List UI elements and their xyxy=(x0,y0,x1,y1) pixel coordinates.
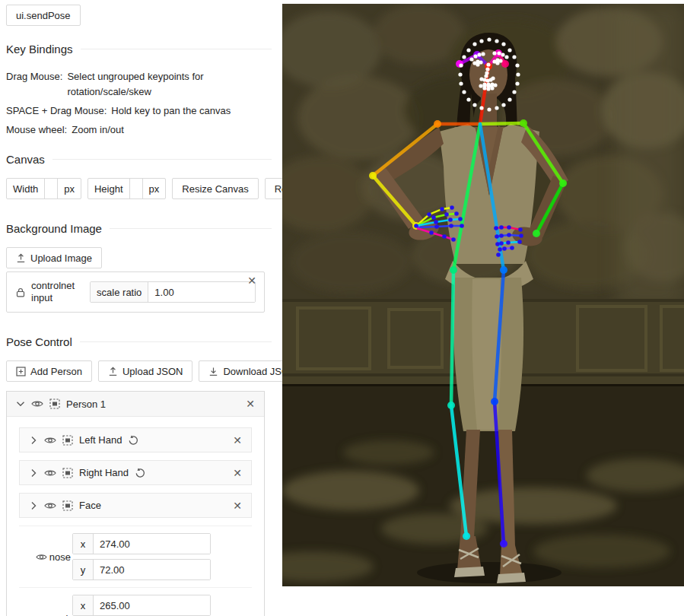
group-label: Face xyxy=(79,500,101,511)
remove-person-icon[interactable]: ✕ xyxy=(246,398,255,409)
person-label: Person 1 xyxy=(66,398,106,410)
eye-icon[interactable] xyxy=(44,500,56,511)
group-row-face[interactable]: Face ✕ xyxy=(19,493,252,518)
remove-background-icon[interactable]: ✕ xyxy=(247,275,256,286)
group-row-left-hand[interactable]: Left Hand ✕ xyxy=(19,427,252,452)
key-binding-item: Mouse wheel: Zoom in/out xyxy=(6,122,276,138)
x-label: x xyxy=(73,595,93,615)
select-frame-icon[interactable] xyxy=(49,398,60,409)
scale-ratio-group: scale ratio xyxy=(90,281,256,303)
rotate-icon[interactable] xyxy=(135,468,145,478)
layer-name-line2: input xyxy=(31,292,52,303)
upload-image-label: Upload Image xyxy=(30,252,92,264)
eye-icon[interactable] xyxy=(31,398,43,409)
key-binding-desc: Hold key to pan the canvas xyxy=(111,103,231,119)
layer-name-line1: controlnet xyxy=(31,280,75,291)
add-person-button[interactable]: Add Person xyxy=(6,360,92,382)
canvas-width-input[interactable] xyxy=(44,179,57,198)
upload-json-label: Upload JSON xyxy=(122,366,183,377)
plus-square-icon xyxy=(16,367,26,376)
keypoint-name: nose xyxy=(49,551,71,563)
key-binding-desc: Select ungrouped keypoints for rotation/… xyxy=(67,69,266,100)
select-frame-icon[interactable] xyxy=(62,435,73,446)
resize-canvas-button[interactable]: Resize Canvas xyxy=(172,178,258,199)
divider xyxy=(52,159,272,160)
keypoint-x-input[interactable] xyxy=(93,595,210,615)
add-person-label: Add Person xyxy=(30,366,82,377)
keypoint-x-group: x xyxy=(72,595,211,616)
canvas-width-label: Width xyxy=(7,179,44,198)
keypoint-row-neck: neck x y xyxy=(19,587,252,616)
remove-group-icon[interactable]: ✕ xyxy=(233,468,242,478)
pose-skeleton-overlay[interactable] xyxy=(282,4,684,586)
key-binding-desc: Zoom in/out xyxy=(72,122,124,138)
pose-control-section-header: Pose Control xyxy=(6,335,276,348)
rotate-icon[interactable] xyxy=(128,435,138,446)
canvas-section-header: Canvas xyxy=(6,153,276,166)
scale-ratio-label: scale ratio xyxy=(91,282,148,302)
canvas-height-group: Height px xyxy=(87,178,166,199)
keypoint-x-group: x xyxy=(72,533,211,554)
divider xyxy=(80,341,272,342)
remove-group-icon[interactable]: ✕ xyxy=(233,500,242,511)
eye-icon[interactable] xyxy=(37,614,48,616)
key-bindings-list: Drag Mouse: Select ungrouped keypoints f… xyxy=(6,69,276,138)
canvas-width-group: Width px xyxy=(6,178,81,199)
send-pose-button[interactable]: ui.sendPose xyxy=(6,5,81,26)
person-header[interactable]: Person 1 ✕ xyxy=(7,392,264,417)
download-icon xyxy=(208,367,218,376)
chevron-right-icon[interactable] xyxy=(29,468,38,478)
person-panel: Person 1 ✕ Left Hand ✕ xyxy=(6,391,265,616)
upload-image-button[interactable]: Upload Image xyxy=(6,247,102,268)
keypoint-y-input[interactable] xyxy=(93,560,210,579)
background-image-title: Background Image xyxy=(6,222,102,235)
divider xyxy=(110,228,272,229)
keypoint-row-nose: nose x y xyxy=(19,526,252,587)
group-label: Left Hand xyxy=(79,434,122,446)
control-panel: ui.sendPose Key Bindings Drag Mouse: Sel… xyxy=(0,0,282,616)
divider xyxy=(81,49,272,49)
canvas-width-unit: px xyxy=(57,179,81,198)
upload-icon xyxy=(108,367,118,376)
chevron-right-icon[interactable] xyxy=(29,501,38,510)
person-body: Left Hand ✕ Right Hand xyxy=(7,417,264,616)
upload-json-button[interactable]: Upload JSON xyxy=(98,360,192,382)
eye-icon[interactable] xyxy=(44,435,56,446)
group-row-right-hand[interactable]: Right Hand ✕ xyxy=(19,460,252,485)
chevron-down-icon[interactable] xyxy=(16,399,25,408)
canvas-height-label: Height xyxy=(88,179,129,198)
remove-group-icon[interactable]: ✕ xyxy=(233,435,242,446)
eye-icon[interactable] xyxy=(36,552,47,562)
x-label: x xyxy=(73,534,93,554)
canvas-height-unit: px xyxy=(142,179,166,198)
pose-canvas[interactable] xyxy=(282,4,684,586)
keypoint-name: neck xyxy=(50,613,71,616)
pose-control-title: Pose Control xyxy=(6,335,72,348)
key-binding-item: Drag Mouse: Select ungrouped keypoints f… xyxy=(6,69,276,100)
scale-ratio-input[interactable] xyxy=(148,282,255,302)
canvas-height-input[interactable] xyxy=(129,179,142,198)
pose-control-buttons: Add Person Upload JSON Download JSON xyxy=(6,360,276,382)
y-label: y xyxy=(73,560,93,579)
key-binding-item: SPACE + Drag Mouse: Hold key to pan the … xyxy=(6,103,276,119)
group-label: Right Hand xyxy=(79,467,129,478)
background-layer-card: controlnet input scale ratio ✕ xyxy=(6,271,265,313)
chevron-right-icon[interactable] xyxy=(29,436,38,445)
canvas-controls: Width px Height px Resize Canvas Reset Z… xyxy=(6,178,276,199)
key-binding-key: Mouse wheel: xyxy=(6,122,67,138)
key-bindings-title: Key Bindings xyxy=(6,43,73,56)
canvas-title: Canvas xyxy=(6,153,45,166)
key-binding-key: Drag Mouse: xyxy=(6,69,62,100)
select-frame-icon[interactable] xyxy=(62,500,73,511)
lock-icon xyxy=(16,287,25,297)
key-binding-key: SPACE + Drag Mouse: xyxy=(6,103,107,119)
eye-icon[interactable] xyxy=(44,468,56,478)
keypoint-y-group: y xyxy=(72,559,211,580)
background-image-section-header: Background Image xyxy=(6,222,276,235)
select-frame-icon[interactable] xyxy=(62,468,73,478)
keypoint-x-input[interactable] xyxy=(93,534,210,554)
upload-icon xyxy=(16,253,26,263)
key-bindings-section-header: Key Bindings xyxy=(6,43,276,56)
layer-name: controlnet input xyxy=(31,280,75,304)
